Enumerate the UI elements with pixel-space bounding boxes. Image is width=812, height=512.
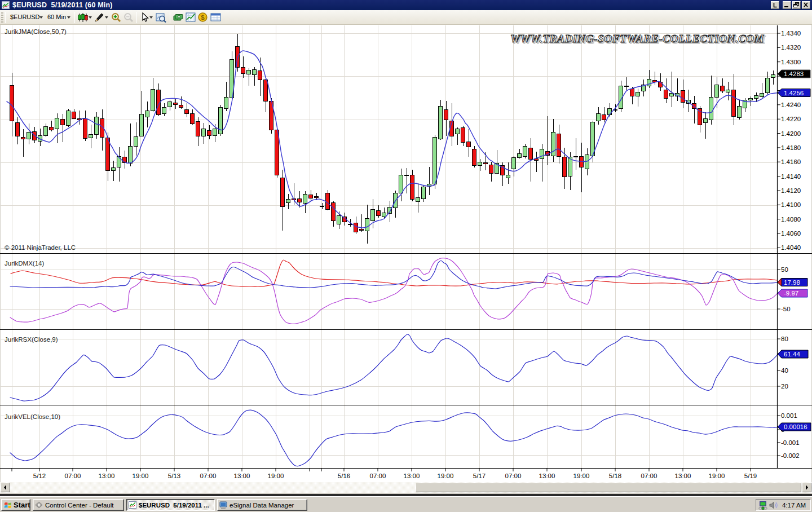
svg-text:5/13: 5/13 — [168, 473, 180, 479]
svg-text:JurikDMX(14): JurikDMX(14) — [5, 260, 44, 267]
svg-text:1.4240: 1.4240 — [781, 101, 801, 108]
svg-text:1.4300: 1.4300 — [781, 59, 801, 65]
svg-text:JurikVEL(Close,10): JurikVEL(Close,10) — [5, 413, 60, 420]
svg-text:1.4220: 1.4220 — [781, 116, 801, 122]
svg-text:-0.002: -0.002 — [781, 452, 800, 459]
svg-text:13:00: 13:00 — [404, 473, 420, 479]
svg-text:© 2011 NinjaTrader, LLC: © 2011 NinjaTrader, LLC — [5, 244, 76, 251]
svg-text:80: 80 — [781, 336, 788, 342]
svg-text:1.4120: 1.4120 — [781, 187, 801, 194]
svg-text:1.4140: 1.4140 — [781, 173, 801, 180]
svg-text:13:00: 13:00 — [99, 473, 115, 479]
svg-text:19:00: 19:00 — [573, 473, 590, 479]
svg-text:JurikJMA(Close,50,7): JurikJMA(Close,50,7) — [5, 28, 67, 35]
svg-text:50: 50 — [781, 266, 788, 273]
svg-text:07:00: 07:00 — [641, 473, 657, 479]
svg-text:13:00: 13:00 — [234, 473, 250, 479]
svg-text:13:00: 13:00 — [539, 473, 555, 479]
svg-text:13:00: 13:00 — [675, 473, 691, 479]
svg-text:07:00: 07:00 — [200, 473, 217, 479]
svg-text:1.4320: 1.4320 — [781, 44, 801, 51]
svg-text:-0.001: -0.001 — [781, 439, 800, 446]
svg-text:17.98: 17.98 — [784, 279, 800, 286]
svg-text:1.4256: 1.4256 — [784, 90, 804, 96]
svg-text:07:00: 07:00 — [370, 473, 386, 479]
svg-text:19:00: 19:00 — [709, 473, 725, 479]
svg-text:5/16: 5/16 — [338, 473, 350, 479]
svg-text:1.4100: 1.4100 — [781, 201, 801, 208]
svg-text:19:00: 19:00 — [438, 473, 454, 479]
svg-text:$: $ — [201, 14, 205, 21]
svg-text:19:00: 19:00 — [133, 473, 149, 479]
svg-text:07:00: 07:00 — [505, 473, 522, 479]
svg-text:19:00: 19:00 — [268, 473, 284, 479]
svg-text:0.001: 0.001 — [781, 412, 797, 419]
svg-text:07:00: 07:00 — [65, 473, 81, 479]
svg-text:1.4080: 1.4080 — [781, 216, 801, 223]
svg-text:1.4060: 1.4060 — [781, 230, 801, 237]
svg-text:1.4200: 1.4200 — [781, 130, 801, 137]
svg-text:20: 20 — [781, 383, 788, 390]
svg-text:1.4160: 1.4160 — [781, 158, 801, 165]
svg-text:-9.97: -9.97 — [784, 290, 798, 297]
svg-text:1.4283: 1.4283 — [784, 70, 804, 77]
svg-text:40: 40 — [781, 367, 788, 374]
svg-text:1.4040: 1.4040 — [781, 244, 801, 251]
svg-text:5/18: 5/18 — [609, 473, 621, 479]
svg-text:JurikRSX(Close,9): JurikRSX(Close,9) — [5, 336, 58, 343]
svg-text:61.44: 61.44 — [784, 351, 800, 357]
svg-text:5/19: 5/19 — [744, 473, 757, 479]
svg-text:0.00016: 0.00016 — [784, 423, 807, 430]
svg-text:1.4180: 1.4180 — [781, 144, 801, 151]
svg-text:WWW.TRADING-SOFTWARE-COLLECTIO: WWW.TRADING-SOFTWARE-COLLECTION.COM — [510, 33, 764, 45]
svg-text:-50: -50 — [781, 306, 791, 312]
svg-text:1.4340: 1.4340 — [781, 30, 801, 37]
svg-text:5/17: 5/17 — [473, 473, 486, 479]
svg-text:5/12: 5/12 — [33, 473, 46, 479]
